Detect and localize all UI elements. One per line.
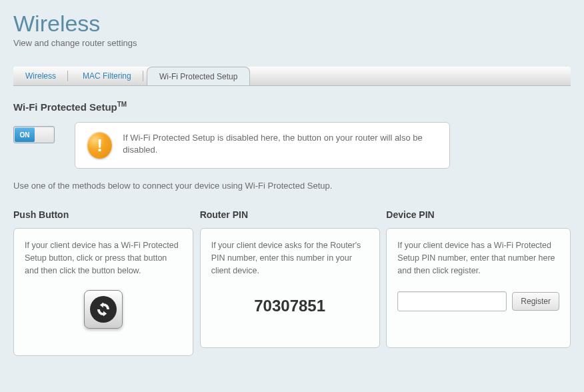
wps-toggle[interactable]: ON — [13, 126, 55, 143]
page-subtitle: View and change router settings — [13, 38, 571, 48]
push-button-card: If your client device has a Wi-Fi Protec… — [13, 228, 193, 356]
router-pin-value: 70307851 — [211, 297, 369, 315]
wps-enable-row: ON ! If Wi-Fi Protected Setup is disable… — [13, 122, 571, 169]
wps-warning-card: ! If Wi-Fi Protected Setup is disabled h… — [75, 122, 450, 169]
router-pin-text: If your client device asks for the Route… — [211, 239, 369, 277]
wireless-page: Wireless View and change router settings… — [0, 0, 584, 392]
wps-instruction: Use one of the methods below to connect … — [13, 181, 571, 191]
device-pin-card: If your client device has a Wi-Fi Protec… — [386, 228, 571, 348]
section-title: Wi-Fi Protected SetupTM — [13, 101, 571, 113]
tab-wps[interactable]: Wi-Fi Protected Setup — [147, 67, 250, 85]
router-pin-title: Router PIN — [200, 209, 380, 220]
page-title: Wireless — [13, 11, 571, 37]
tab-mac-filtering[interactable]: MAC Filtering — [71, 67, 143, 85]
device-pin-input[interactable] — [397, 291, 507, 311]
router-pin-card: If your client device asks for the Route… — [200, 228, 380, 348]
device-pin-title: Device PIN — [386, 209, 571, 220]
device-pin-column: Device PIN If your client device has a W… — [386, 209, 571, 356]
trademark: TM — [117, 101, 127, 108]
device-pin-row: Register — [397, 291, 559, 311]
section-title-text: Wi-Fi Protected Setup — [13, 101, 117, 113]
wps-warning-text: If Wi-Fi Protected Setup is disabled her… — [123, 132, 437, 156]
tab-wireless[interactable]: Wireless — [13, 67, 68, 85]
push-button-text: If your client device has a Wi-Fi Protec… — [25, 239, 182, 277]
method-columns: Push Button If your client device has a … — [13, 209, 571, 356]
push-button-title: Push Button — [13, 209, 193, 220]
warning-icon: ! — [87, 132, 112, 159]
wps-toggle-on-label: ON — [15, 127, 35, 142]
tab-bar: Wireless MAC Filtering Wi-Fi Protected S… — [13, 67, 571, 86]
router-pin-column: Router PIN If your client device asks fo… — [200, 209, 380, 356]
device-pin-text: If your client device has a Wi-Fi Protec… — [397, 239, 559, 277]
push-button-column: Push Button If your client device has a … — [13, 209, 193, 356]
register-button[interactable]: Register — [512, 292, 559, 311]
wps-push-button[interactable] — [84, 290, 123, 329]
wps-arrows-icon — [90, 296, 117, 323]
